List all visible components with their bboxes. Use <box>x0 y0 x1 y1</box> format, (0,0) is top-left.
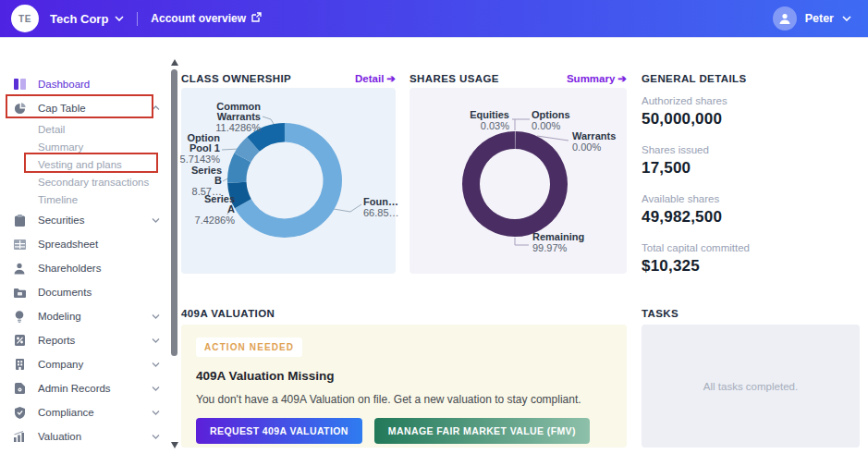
stat-available-shares: Available shares 49,982,500 <box>642 193 860 227</box>
scrollbar-up-arrow[interactable] <box>171 59 178 66</box>
sidebar-item-securities[interactable]: Securities <box>0 208 169 232</box>
donut-label-foun-: Foun…66.85… <box>363 197 399 218</box>
sidebar-subitem-timeline[interactable]: Timeline <box>0 190 169 208</box>
report-icon <box>12 335 27 346</box>
class-ownership-detail-link[interactable]: Detail ➔ <box>355 72 396 85</box>
company-logo[interactable]: TE <box>11 5 39 32</box>
sidebar-item-spreadsheet[interactable]: Spreadsheet <box>0 232 169 256</box>
sidebar-subitem-label: Vesting and plans <box>38 159 122 170</box>
donut-label-name: CommonWarrants <box>215 102 261 122</box>
sidebar-item-label: Valuation <box>38 431 81 442</box>
section-title: SHARES USAGE <box>410 73 499 84</box>
sidebar-item-compliance[interactable]: Compliance <box>0 400 169 424</box>
chevron-up-icon <box>152 105 160 111</box>
account-overview-link[interactable]: Account overview <box>151 12 262 25</box>
sidebar-item-label: Modeling <box>38 311 81 322</box>
request-409a-valuation-button[interactable]: REQUEST 409A VALUATION <box>196 418 362 444</box>
donut-label-remaining: Remaining99.97% <box>532 232 584 253</box>
sidebar-item-label: Reports <box>38 335 75 346</box>
stat-label: Total capital committed <box>642 242 860 253</box>
chevron-down-icon <box>152 313 160 319</box>
sidebar-item-label: Dashboard <box>38 79 90 90</box>
donut-label-value: 5.7143% <box>180 154 220 165</box>
shares-usage-summary-link[interactable]: Summary ➔ <box>567 72 627 85</box>
scrollbar-down-arrow[interactable] <box>171 442 178 448</box>
stat-value: $10,325 <box>642 257 860 276</box>
sidebar-item-modeling[interactable]: Modeling <box>0 304 169 328</box>
sidebar-subitem-vesting-and-plans[interactable]: Vesting and plans <box>0 155 169 173</box>
sidebar-item-reports[interactable]: Reports <box>0 328 169 352</box>
shield-check-icon <box>12 407 27 419</box>
class-ownership-header: CLASS OWNERSHIP Detail ➔ <box>181 71 396 86</box>
sidebar-item-label: Securities <box>38 215 85 226</box>
section-title: TASKS <box>642 308 679 319</box>
stat-label: Available shares <box>642 193 860 204</box>
chevron-down-icon[interactable] <box>115 16 124 21</box>
scrollbar-thumb[interactable] <box>171 69 177 356</box>
sidebar-item-shareholders[interactable]: Shareholders <box>0 256 169 280</box>
sidebar-item-label: Documents <box>38 287 92 298</box>
company-logo-text: TE <box>18 14 31 24</box>
user-avatar[interactable] <box>773 6 797 31</box>
shares-usage-chart: Equities0.03%Options0.00%Warrants0.00%Re… <box>410 88 627 274</box>
chevron-down-icon[interactable] <box>842 16 851 21</box>
sidebar-item-label: Admin Records <box>38 383 111 394</box>
sidebar-item-dashboard[interactable]: Dashboard <box>0 72 169 96</box>
stat-total-capital-committed: Total capital committed $10,325 <box>642 242 860 276</box>
donut-label-name: SeriesA <box>195 194 235 215</box>
chevron-down-icon <box>152 386 160 391</box>
link-label: Summary <box>567 73 615 84</box>
donut-label-value: 0.00% <box>532 121 570 131</box>
sidebar: Dashboard Cap Table Detail Summary Vesti… <box>0 38 169 454</box>
manage-fmv-button[interactable]: MANAGE FAIR MARKET VALUE (FMV) <box>374 418 590 444</box>
sidebar-subitem-secondary-transactions[interactable]: Secondary transactions <box>0 173 169 190</box>
donut-label-warrants: Warrants0.00% <box>572 131 616 153</box>
sidebar-item-label: Cap Table <box>38 103 86 114</box>
section-title: 409A VALUATION <box>181 308 275 319</box>
stat-shares-issued: Shares issued 17,500 <box>642 144 860 178</box>
sidebar-item-documents[interactable]: Documents <box>0 280 169 304</box>
sidebar-item-company[interactable]: Company <box>0 352 169 376</box>
stat-value: 49,982,500 <box>642 208 860 227</box>
donut-label-series-a: SeriesA7.4286% <box>195 194 235 226</box>
sidebar-item-cap-table[interactable]: Cap Table <box>0 96 169 120</box>
tasks-card: All tasks completed. <box>642 325 860 448</box>
user-menu[interactable]: Peter <box>805 12 834 25</box>
chevron-down-icon <box>152 337 160 343</box>
chart-labels: Equities0.03%Options0.00%Warrants0.00%Re… <box>410 88 627 274</box>
general-details-panel: Authorized shares 50,000,000 Shares issu… <box>642 95 860 291</box>
donut-label-value: 0.00% <box>572 142 616 153</box>
tasks-header: TASKS <box>642 306 860 321</box>
sidebar-subitem-label: Summary <box>38 141 83 153</box>
stat-authorized-shares: Authorized shares 50,000,000 <box>642 95 860 129</box>
sidebar-subitem-detail[interactable]: Detail <box>0 120 169 138</box>
topbar-divider <box>137 12 138 26</box>
chevron-down-icon <box>152 434 160 439</box>
folder-icon <box>12 288 27 298</box>
donut-label-value: 99.97% <box>532 243 584 253</box>
company-switcher[interactable]: Tech Corp <box>50 12 108 26</box>
sidebar-subitem-summary[interactable]: Summary <box>0 138 169 155</box>
action-needed-badge: ACTION NEEDED <box>196 337 302 357</box>
lightbulb-icon <box>12 311 27 323</box>
section-title: GENERAL DETAILS <box>642 73 747 84</box>
valuation-missing-heading: 409A Valuation Missing <box>196 369 612 383</box>
person-icon <box>12 263 27 275</box>
bar-chart-icon <box>12 431 27 442</box>
stat-label: Authorized shares <box>642 95 860 106</box>
dashboard-icon <box>12 79 27 90</box>
vertical-scrollbar[interactable] <box>169 38 180 454</box>
sidebar-item-admin-records[interactable]: Admin Records <box>0 376 169 400</box>
chart-labels: Foun…66.85…SeriesA7.4286%SeriesB8.57…Opt… <box>181 88 396 274</box>
donut-label-common-warrants: CommonWarrants11.4286% <box>215 102 261 133</box>
donut-label-name: OptionPool 1 <box>180 133 220 153</box>
donut-label-option-pool-1: OptionPool 15.7143% <box>180 133 220 165</box>
valuation-409a-header: 409A VALUATION <box>181 306 627 321</box>
tasks-empty-message: All tasks completed. <box>703 381 798 392</box>
external-link-icon <box>251 12 262 25</box>
donut-label-value: 8.57… <box>191 187 222 197</box>
sidebar-item-valuation[interactable]: Valuation <box>0 424 169 448</box>
sidebar-item-label: Company <box>38 359 83 370</box>
file-gear-icon <box>12 383 27 394</box>
donut-label-name: Equities <box>470 110 509 120</box>
